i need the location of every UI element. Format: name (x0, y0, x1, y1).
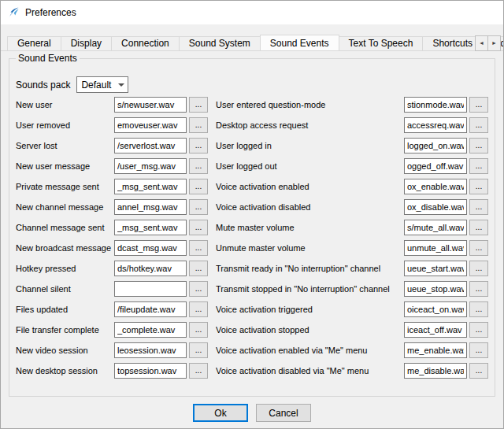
browse-button[interactable]: ... (469, 158, 488, 174)
sound-event-input[interactable] (404, 138, 467, 153)
browse-button[interactable]: ... (189, 117, 208, 133)
sound-event-input[interactable] (404, 179, 467, 194)
arrow-right-icon: ► (491, 40, 497, 46)
tab-page-sound-events: Sound Events Sounds pack Default New use… (1, 51, 503, 428)
browse-button[interactable]: ... (189, 240, 208, 256)
sound-event-input[interactable] (404, 301, 467, 317)
tab-label: Sound System (189, 38, 250, 49)
browse-button[interactable]: ... (189, 220, 208, 235)
sound-event-input[interactable] (114, 179, 187, 194)
sound-event-label: Private message sent (16, 182, 114, 191)
browse-button[interactable]: ... (469, 117, 488, 133)
sound-event-row: Channel silent ... (16, 281, 208, 297)
app-icon (7, 6, 20, 19)
title-bar: Preferences (1, 1, 503, 24)
sound-event-input[interactable] (114, 138, 187, 153)
sound-event-input[interactable] (114, 220, 187, 235)
sound-event-input[interactable] (404, 240, 467, 256)
sound-event-row: Desktop access request ... (216, 117, 488, 133)
tab-shortcuts[interactable]: Shortcuts (422, 36, 483, 50)
browse-button[interactable]: ... (469, 301, 488, 317)
sound-event-input[interactable] (404, 342, 467, 358)
sound-event-input[interactable] (404, 199, 467, 215)
tab-label: Display (71, 38, 102, 49)
browse-button[interactable]: ... (469, 281, 488, 297)
browse-button[interactable]: ... (469, 322, 488, 338)
sound-event-label: Voice activation disabled (216, 202, 404, 212)
sound-event-label: Voice activation enabled via "Me" menu (216, 346, 404, 355)
dialog-buttons: Ok Cancel (1, 404, 503, 422)
sound-event-label: User logged in (216, 141, 404, 150)
sound-event-input[interactable] (114, 199, 187, 215)
browse-button[interactable]: ... (469, 199, 488, 215)
browse-button[interactable]: ... (189, 199, 208, 215)
browse-button[interactable]: ... (469, 240, 488, 256)
sound-event-row: User removed ... (16, 117, 208, 133)
tab-text-to-speech[interactable]: Text To Speech (339, 36, 424, 50)
tab-label: Shortcuts (432, 38, 472, 49)
sound-event-input[interactable] (404, 363, 467, 379)
sound-event-row: Voice activation triggered ... (216, 301, 488, 317)
tab-label: Sound Events (270, 38, 329, 49)
ok-button[interactable]: Ok (193, 404, 248, 422)
sound-event-input[interactable] (404, 117, 467, 133)
sound-event-input[interactable] (114, 261, 187, 276)
sound-event-input[interactable] (114, 240, 187, 256)
browse-button[interactable]: ... (189, 363, 208, 379)
sound-event-label: New desktop session (16, 366, 114, 375)
sound-event-label: New user (16, 100, 114, 109)
browse-button[interactable]: ... (189, 261, 208, 276)
preferences-window: Preferences GeneralDisplayConnectionSoun… (0, 0, 504, 429)
sound-event-input[interactable] (404, 158, 467, 174)
sound-event-input[interactable] (404, 322, 467, 338)
chevron-down-icon (118, 83, 124, 87)
tab-scroll-right-button[interactable]: ► (487, 35, 501, 51)
browse-button[interactable]: ... (189, 97, 208, 113)
tab-label: Connection (121, 38, 169, 49)
browse-button[interactable]: ... (469, 179, 488, 194)
sound-event-input[interactable] (114, 322, 187, 338)
browse-button[interactable]: ... (469, 220, 488, 235)
sound-event-row: New user message ... (16, 158, 208, 174)
browse-button[interactable]: ... (469, 261, 488, 276)
tab-connection[interactable]: Connection (111, 36, 180, 50)
sound-event-label: Files updated (16, 305, 114, 314)
sound-event-input[interactable] (114, 158, 187, 174)
sounds-pack-select[interactable]: Default (76, 76, 128, 93)
sound-event-input[interactable] (404, 97, 467, 113)
cancel-button[interactable]: Cancel (256, 404, 311, 422)
browse-button[interactable]: ... (189, 158, 208, 174)
tab-sound-events[interactable]: Sound Events (260, 35, 339, 51)
sound-event-input[interactable] (404, 220, 467, 235)
browse-button[interactable]: ... (469, 342, 488, 358)
sound-event-input[interactable] (114, 117, 187, 133)
tab-general[interactable]: General (7, 36, 61, 50)
sound-event-input[interactable] (114, 281, 187, 297)
tab-scroll-left-button[interactable]: ◄ (475, 35, 488, 51)
browse-button[interactable]: ... (189, 342, 208, 358)
tab-display[interactable]: Display (61, 36, 112, 50)
sound-event-label: New channel message (16, 202, 114, 212)
browse-button[interactable]: ... (189, 138, 208, 153)
browse-button[interactable]: ... (189, 322, 208, 338)
browse-button[interactable]: ... (189, 281, 208, 297)
sound-event-row: New video session ... (16, 342, 208, 358)
sound-event-input[interactable] (114, 301, 187, 317)
browse-button[interactable]: ... (469, 138, 488, 153)
sound-event-row: New channel message ... (16, 199, 208, 215)
sound-event-input[interactable] (114, 342, 187, 358)
sound-event-input[interactable] (404, 261, 467, 276)
browse-button[interactable]: ... (469, 363, 488, 379)
browse-button[interactable]: ... (469, 97, 488, 113)
sound-event-row: New broadcast message ... (16, 240, 208, 256)
sound-events-groupbox: Sound Events Sounds pack Default New use… (9, 58, 495, 397)
sound-events-columns: New user ... User removed ... Server los… (16, 97, 488, 383)
browse-button[interactable]: ... (189, 179, 208, 194)
sound-event-input[interactable] (404, 281, 467, 297)
sound-event-label: File transfer complete (16, 325, 114, 335)
browse-button[interactable]: ... (189, 301, 208, 317)
sound-event-input[interactable] (114, 97, 187, 113)
sound-event-input[interactable] (114, 363, 187, 379)
tab-sound-system[interactable]: Sound System (179, 36, 261, 50)
sound-event-row: User entered question-mode ... (216, 97, 488, 113)
